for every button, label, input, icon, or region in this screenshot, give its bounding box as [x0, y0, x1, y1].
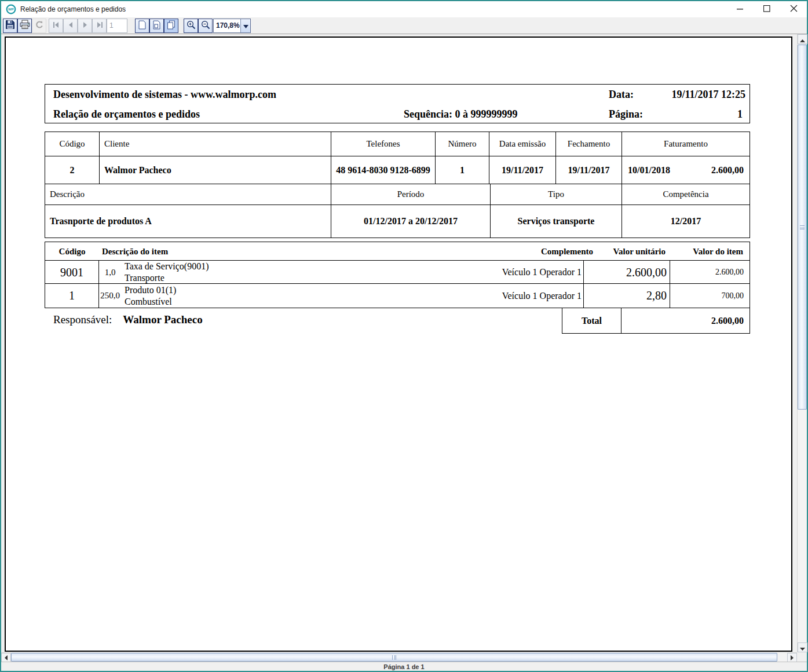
- items-header-row: Código Descrição do item Complemento Val…: [45, 242, 749, 261]
- col-header: Descrição: [45, 184, 331, 205]
- item-row: 1 250,0 Produto 01(1) Combustível Veícul…: [45, 284, 749, 308]
- report: Desenvolvimento de sistemas - www.walmor…: [45, 84, 750, 343]
- previous-page-icon: [67, 21, 75, 30]
- detail-tipo: Serviços transporte: [490, 205, 621, 238]
- maximize-button[interactable]: [754, 1, 780, 17]
- item-desc-line2: Combustível: [125, 296, 176, 308]
- items-header-codigo: Código: [45, 242, 99, 261]
- page-label: Página:: [609, 108, 643, 120]
- view-fit-page-button[interactable]: [149, 19, 164, 33]
- company-line: Desenvolvimento de sistemas - www.walmor…: [45, 89, 276, 101]
- col-header: Número: [435, 132, 489, 156]
- minimize-icon: [737, 5, 744, 14]
- page-value: 1: [737, 108, 743, 120]
- status-page-indicator: Página 1 de 1: [383, 663, 424, 670]
- preview-area: Desenvolvimento de sistemas - www.walmor…: [1, 34, 807, 652]
- close-icon: [790, 5, 798, 14]
- faturamento-valor: 2.600,00: [711, 165, 744, 176]
- item-codigo: 1: [45, 284, 99, 308]
- toolbar: 170,8%: [1, 17, 807, 34]
- scroll-left-button[interactable]: [1, 653, 11, 662]
- report-header-box: Desenvolvimento de sistemas - www.walmor…: [45, 84, 750, 123]
- view-multi-page-button[interactable]: [164, 19, 178, 33]
- items-header-complemento: Complemento: [541, 242, 593, 261]
- date-value: 19/11/2017 12:25: [671, 89, 745, 101]
- minimize-button[interactable]: [727, 1, 754, 17]
- item-desc-line1: Produto 01(1): [125, 284, 176, 296]
- arrow-down-icon: [800, 642, 805, 653]
- scroll-down-button[interactable]: [798, 642, 807, 652]
- first-page-button[interactable]: [49, 19, 63, 33]
- master-numero: 1: [435, 156, 489, 184]
- next-page-button[interactable]: [78, 19, 92, 33]
- scroll-up-button[interactable]: [798, 34, 807, 44]
- refresh-icon: [35, 20, 44, 31]
- page-number-input[interactable]: [107, 19, 127, 33]
- zoom-out-icon: [201, 20, 210, 31]
- master-fechamento: 19/11/2017: [555, 156, 621, 184]
- date-label: Data:: [609, 89, 634, 101]
- print-icon: [20, 20, 30, 31]
- total-box: Total 2.600,00: [562, 308, 750, 334]
- view-single-page-button[interactable]: [135, 19, 149, 33]
- single-page-icon: [138, 20, 146, 31]
- vertical-scroll-thumb[interactable]: [798, 45, 807, 410]
- item-codigo: 9001: [45, 261, 99, 284]
- horizontal-scroll-thumb[interactable]: [11, 653, 777, 662]
- item-valor-unitario: 2,80: [583, 284, 670, 308]
- zoom-out-button[interactable]: [198, 19, 213, 33]
- col-header: Data emissão: [489, 132, 555, 156]
- vertical-scrollbar[interactable]: [797, 34, 807, 652]
- total-label: Total: [562, 308, 621, 333]
- items-header-valor-item: Valor do item: [693, 242, 743, 261]
- save-icon: [5, 20, 15, 31]
- col-header: Fechamento: [555, 132, 621, 156]
- app-icon: WP: [6, 4, 16, 14]
- zoom-level-combo[interactable]: 170,8%: [213, 19, 251, 33]
- master-data-emissao: 19/11/2017: [489, 156, 555, 184]
- col-header: Período: [331, 184, 490, 205]
- titlebar: WP Relação de orçamentos e pedidos: [1, 1, 807, 17]
- report-title: Relação de orçamentos e pedidos: [45, 108, 200, 120]
- master-codigo: 2: [45, 156, 99, 184]
- items-table: Código Descrição do item Complemento Val…: [45, 242, 750, 308]
- col-header: Tipo: [490, 184, 621, 205]
- item-valor-unitario: 2.600,00: [583, 261, 670, 284]
- item-quantidade: 250,0: [99, 284, 121, 308]
- zoom-level-value: 170,8%: [214, 19, 240, 32]
- maximize-icon: [763, 5, 770, 14]
- responsavel-name: Walmor Pacheco: [123, 313, 202, 326]
- detail-descricao: Trasnporte de produtos A: [45, 205, 331, 238]
- col-header: Telefones: [331, 132, 435, 156]
- items-header-descricao: Descrição do item: [102, 242, 168, 261]
- print-button[interactable]: [17, 19, 32, 33]
- item-descricao: Taxa de Serviço(9001) Transporte Veículo…: [121, 261, 583, 284]
- item-desc-line1: Taxa de Serviço(9001): [125, 261, 209, 272]
- fit-page-icon: [153, 20, 160, 31]
- save-button[interactable]: [3, 19, 17, 33]
- master-table: Código Cliente Telefones Número Data emi…: [45, 132, 750, 184]
- window-controls: [727, 1, 807, 17]
- previous-page-button[interactable]: [63, 19, 78, 33]
- col-header: Código: [45, 132, 99, 156]
- zoom-dropdown-button[interactable]: [240, 19, 250, 32]
- last-page-icon: [96, 21, 104, 30]
- master-faturamento: 10/01/2018 2.600,00: [621, 156, 749, 184]
- refresh-button[interactable]: [32, 19, 46, 33]
- document-page: Desenvolvimento de sistemas - www.walmor…: [5, 36, 792, 652]
- close-button[interactable]: [780, 1, 807, 17]
- last-page-button[interactable]: [92, 19, 107, 33]
- item-quantidade: 1,0: [99, 261, 121, 284]
- faturamento-data: 10/01/2018: [628, 165, 670, 176]
- thumb-grip: [800, 225, 805, 229]
- multi-page-icon: [167, 20, 176, 31]
- horizontal-scrollbar[interactable]: [1, 652, 797, 662]
- item-row: 9001 1,0 Taxa de Serviço(9001) Transport…: [45, 261, 749, 284]
- zoom-group: 170,8%: [184, 19, 251, 33]
- col-header: Cliente: [99, 132, 331, 156]
- page-navigation-group: [49, 19, 127, 33]
- col-header: Faturamento: [621, 132, 749, 156]
- master-telefones: 48 9614-8030 9128-6899: [331, 156, 435, 184]
- scroll-right-button[interactable]: [787, 653, 797, 662]
- zoom-in-button[interactable]: [184, 19, 198, 33]
